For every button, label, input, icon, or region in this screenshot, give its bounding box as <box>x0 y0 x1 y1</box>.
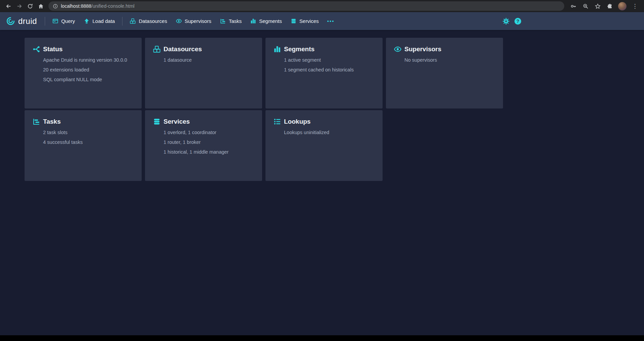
card-line: 1 segment cached on historicals <box>284 67 374 73</box>
reload-button[interactable] <box>25 1 35 11</box>
browser-toolbar: localhost:8888/unified-console.html ⋮ <box>0 0 644 12</box>
tasks-card[interactable]: Tasks 2 task slots 4 successful tasks <box>25 110 142 181</box>
status-fork-icon <box>33 45 40 53</box>
navbar-right: ? <box>502 12 521 30</box>
card-title: Segments <box>284 45 315 53</box>
bookmark-button[interactable] <box>593 1 603 11</box>
url-path: /unified-console.html <box>91 3 134 9</box>
extensions-button[interactable] <box>605 1 615 11</box>
card-line: 20 extensions loaded <box>43 67 134 73</box>
navbar-divider <box>45 17 45 26</box>
services-database-icon <box>153 118 160 125</box>
nav-label: Supervisors <box>185 18 211 24</box>
navbar-divider <box>122 17 122 26</box>
nav-label: Segments <box>259 18 282 24</box>
card-title: Supervisors <box>404 45 441 53</box>
star-icon <box>595 3 601 9</box>
brand-text: druid <box>18 17 37 26</box>
status-card-grid: Status Apache Druid is running version 3… <box>25 38 644 181</box>
nav-label: Services <box>299 18 319 24</box>
nav-label: Query <box>61 18 75 24</box>
password-manager-button[interactable] <box>568 1 578 11</box>
card-title: Tasks <box>43 118 61 125</box>
home-view: Status Apache Druid is running version 3… <box>0 30 644 335</box>
nav-more-button[interactable]: ••• <box>323 12 338 30</box>
card-line: Lookups uninitialized <box>284 130 374 135</box>
datasources-icon <box>130 18 136 24</box>
zoom-button[interactable] <box>580 1 591 11</box>
forward-button[interactable] <box>14 1 24 11</box>
url-text: localhost:8888/unified-console.html <box>61 3 135 9</box>
nav-label: Datasources <box>139 18 167 24</box>
home-icon <box>38 3 44 9</box>
card-line: 2 task slots <box>43 130 134 135</box>
gear-icon <box>502 18 510 25</box>
druid-logo[interactable]: druid <box>6 17 42 26</box>
card-line: 1 active segment <box>284 57 374 63</box>
card-line: 1 router, 1 broker <box>164 140 254 145</box>
segments-chart-icon <box>250 18 256 24</box>
segments-card[interactable]: Segments 1 active segment 1 segment cach… <box>265 38 383 108</box>
supervisors-eye-icon <box>176 18 182 24</box>
lookups-properties-icon <box>274 118 281 125</box>
nav-item-supervisors[interactable]: Supervisors <box>172 12 216 30</box>
kebab-menu-icon: ⋮ <box>632 3 638 10</box>
card-line: 1 overlord, 1 coordinator <box>164 130 254 135</box>
url-host: localhost:8888 <box>61 3 91 9</box>
card-line: No supervisors <box>404 57 495 63</box>
nav-item-tasks[interactable]: Tasks <box>216 12 246 30</box>
magnifier-icon <box>583 3 588 9</box>
reload-icon <box>27 3 33 9</box>
lookups-card[interactable]: Lookups Lookups uninitialized <box>265 110 383 181</box>
card-line: 4 successful tasks <box>43 140 134 145</box>
supervisors-eye-icon <box>394 45 401 53</box>
nav-item-load-data[interactable]: Load data <box>79 12 119 30</box>
nav-item-segments[interactable]: Segments <box>246 12 286 30</box>
card-title: Lookups <box>284 118 311 125</box>
forward-arrow-icon <box>16 3 22 9</box>
services-database-icon <box>291 18 296 24</box>
card-line: 1 datasource <box>164 57 254 63</box>
back-arrow-icon <box>6 3 11 9</box>
nav-label: Load data <box>93 18 115 24</box>
tasks-gantt-icon <box>220 18 226 24</box>
card-line: SQL compliant NULL mode <box>43 77 134 83</box>
address-bar[interactable]: localhost:8888/unified-console.html <box>48 1 564 11</box>
browser-menu-button[interactable]: ⋮ <box>630 1 640 11</box>
puzzle-icon <box>607 3 613 9</box>
segments-chart-icon <box>274 45 281 53</box>
datasources-card[interactable]: Datasources 1 datasource <box>145 38 262 108</box>
back-button[interactable] <box>3 1 13 11</box>
bottom-strip <box>0 335 644 341</box>
datasources-icon <box>153 45 160 53</box>
supervisors-card[interactable]: Supervisors No supervisors <box>386 38 503 108</box>
tasks-gantt-icon <box>33 118 40 125</box>
nav-item-datasources[interactable]: Datasources <box>126 12 171 30</box>
settings-button[interactable] <box>502 18 510 25</box>
card-title: Datasources <box>164 45 202 53</box>
druid-spiral-icon <box>6 17 15 26</box>
key-icon <box>571 3 576 9</box>
query-icon <box>52 18 58 24</box>
nav-item-services[interactable]: Services <box>286 12 323 30</box>
page-info-icon[interactable] <box>53 4 58 9</box>
toolbar-right: ⋮ <box>568 1 641 11</box>
status-card[interactable]: Status Apache Druid is running version 3… <box>25 38 142 108</box>
home-button[interactable] <box>36 1 46 11</box>
load-data-icon <box>84 18 90 24</box>
druid-navbar: druid Query Load data Datasources Superv… <box>0 12 644 30</box>
nav-label: Tasks <box>229 18 242 24</box>
card-line: Apache Druid is running version 30.0.0 <box>43 57 134 63</box>
services-card[interactable]: Services 1 overlord, 1 coordinator 1 rou… <box>145 110 262 181</box>
card-title: Status <box>43 45 63 53</box>
nav-item-query[interactable]: Query <box>48 12 79 30</box>
card-title: Services <box>164 118 190 125</box>
card-line: 1 historical, 1 middle manager <box>164 149 254 155</box>
help-button[interactable]: ? <box>514 18 521 25</box>
profile-avatar[interactable] <box>618 2 627 10</box>
